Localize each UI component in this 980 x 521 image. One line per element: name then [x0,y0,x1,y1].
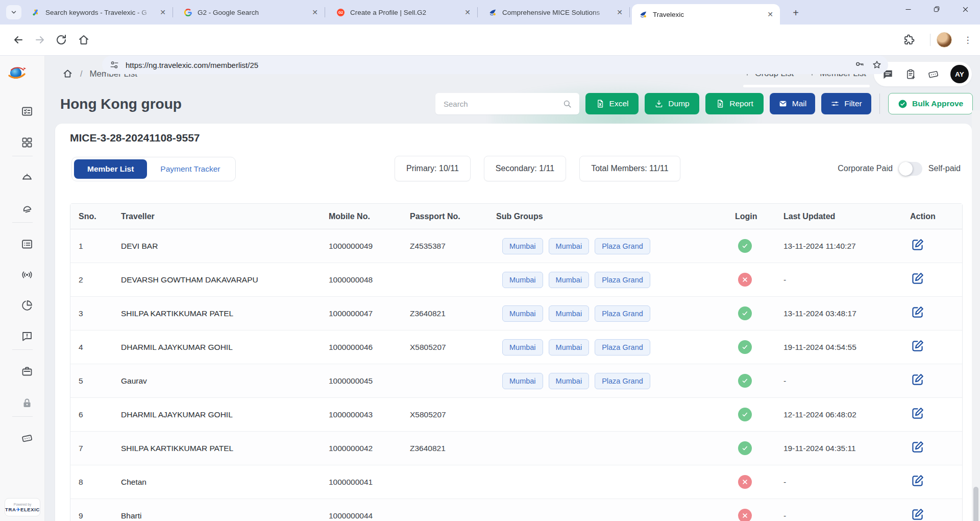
new-tab-button[interactable]: + [789,6,802,19]
payment-toggle[interactable] [899,162,922,176]
browser-tab-strip: Search keywords - Travelexic - G ✕ G2 - … [0,0,980,25]
powered-by-badge: Powered by TRA✈ELEXIC [5,498,40,516]
view-tab-member-list[interactable]: Member List [74,159,147,179]
sub-group-chip[interactable]: Mumbai [549,272,590,288]
sub-group-chip[interactable]: Plaza Grand [595,373,650,389]
filter-button[interactable]: Filter [821,93,871,114]
sub-group-chip[interactable]: Mumbai [502,305,543,322]
tab-close-button[interactable]: ✕ [615,8,624,17]
scrollbar-thumb[interactable] [973,487,978,521]
edit-icon[interactable] [910,406,925,421]
browser-profile-avatar[interactable] [937,32,952,48]
reload-button[interactable] [55,34,67,46]
edit-icon[interactable] [910,440,925,455]
mail-button[interactable]: Mail [770,93,815,114]
briefcase-icon[interactable] [21,365,33,377]
excel-button[interactable]: Excel [585,93,639,114]
sub-group-chip[interactable]: Mumbai [549,238,590,254]
edit-icon[interactable] [910,339,925,353]
sub-group-chip[interactable]: Mumbai [549,373,590,389]
extensions-puzzle-icon[interactable] [903,34,915,46]
plane-icon: ✈ [16,507,20,512]
bulk-approve-button[interactable]: Bulk Approve [888,93,973,114]
sub-group-chip[interactable]: Mumbai [549,339,590,356]
cell-last-updated: - [783,511,910,520]
sub-group-chip[interactable]: Mumbai [502,272,543,288]
sub-group-chip[interactable]: Plaza Grand [595,339,650,356]
cell-sub-groups: MumbaiMumbaiPlaza Grand [496,238,735,254]
browser-tab[interactable]: Travelexic ✕ [632,4,780,25]
tab-search-button[interactable] [6,5,21,19]
travelexic-logo[interactable] [5,64,29,83]
home-icon[interactable] [62,68,73,79]
header-icon-pill: AY [874,62,972,86]
column-header: Mobile No. [329,212,410,221]
dashboard-grid-icon[interactable] [21,136,33,149]
edit-icon[interactable] [910,238,925,252]
cell-mobile: 1000000046 [329,343,410,352]
home-button[interactable] [78,34,90,46]
bookmark-star-icon[interactable] [872,60,882,70]
cell-sno: 9 [70,511,121,520]
browser-toolbar: https://ng.travelexic.com/memberlist/25 … [0,25,980,55]
clipboard-add-icon[interactable] [905,68,917,80]
browser-tab[interactable]: G2 - Google Search ✕ [177,0,325,25]
forward-button[interactable] [34,34,46,46]
browser-tab[interactable]: Search keywords - Travelexic - G ✕ [24,0,173,25]
sub-group-chip[interactable]: Plaza Grand [595,238,650,254]
pie-chart-icon[interactable] [21,299,33,312]
broadcast-icon[interactable] [21,269,33,281]
cell-sno: 1 [70,242,121,251]
cloche-icon[interactable] [21,172,33,184]
search-box[interactable] [435,93,579,114]
dump-button[interactable]: Dump [645,93,699,114]
window-minimize-button[interactable] [896,0,920,18]
edit-icon[interactable] [910,507,925,521]
browser-tab[interactable]: Comprehensive MICE Solutions ✕ [481,0,629,25]
back-button[interactable] [12,34,24,46]
browser-menu-button[interactable]: ⋮ [962,33,974,46]
sub-group-chip[interactable]: Mumbai [549,305,590,322]
lock-icon[interactable] [21,397,33,409]
sub-group-chip[interactable]: Plaza Grand [595,305,650,322]
sub-group-chip[interactable]: Plaza Grand [595,272,650,288]
cell-last-updated: 12-11-2024 06:48:02 [783,410,910,419]
password-key-icon[interactable] [854,60,865,70]
message-alert-icon[interactable] [21,330,33,342]
address-bar[interactable]: https://ng.travelexic.com/memberlist/25 [102,56,888,74]
toggle-right-label: Self-paid [928,164,961,173]
ticket-icon[interactable] [927,68,939,80]
cell-sno: 4 [70,343,121,352]
edit-icon[interactable] [910,271,925,286]
edit-icon[interactable] [910,305,925,320]
sub-group-chip[interactable]: Mumbai [502,238,543,254]
cloche-alt-icon[interactable] [21,203,33,215]
search-input[interactable] [443,99,562,109]
window-close-button[interactable] [953,0,977,18]
edit-icon[interactable] [910,473,925,488]
list-card-icon[interactable] [21,238,33,250]
tab-separator [173,7,173,17]
report-button[interactable]: Report [705,93,764,114]
url-text[interactable]: https://ng.travelexic.com/memberlist/25 [126,61,847,69]
cell-mobile: 1000000042 [329,444,410,453]
window-restore-button[interactable] [925,0,948,18]
tab-close-button[interactable]: ✕ [463,8,472,17]
ticket-icon[interactable] [21,432,33,444]
cell-action [910,406,962,423]
tasks-checklist-icon[interactable] [21,105,33,117]
sub-group-chip[interactable]: Mumbai [502,373,543,389]
tab-close-button[interactable]: ✕ [766,10,775,19]
user-avatar[interactable]: AY [950,65,969,83]
page-scrollbar[interactable] [972,110,980,521]
reload-icon [55,34,67,46]
cell-traveller: DEVI BAR [121,242,329,251]
sub-group-chip[interactable]: Mumbai [502,339,543,356]
browser-tab[interactable]: G2 Create a Profile | Sell.G2 ✕ [329,0,477,25]
edit-icon[interactable] [910,372,925,387]
tab-close-button[interactable]: ✕ [158,8,167,17]
site-info-icon[interactable] [109,60,119,70]
tab-title: G2 - Google Search [198,9,307,16]
view-tab-payment-tracker[interactable]: Payment Tracker [147,159,233,179]
tab-close-button[interactable]: ✕ [310,8,320,17]
